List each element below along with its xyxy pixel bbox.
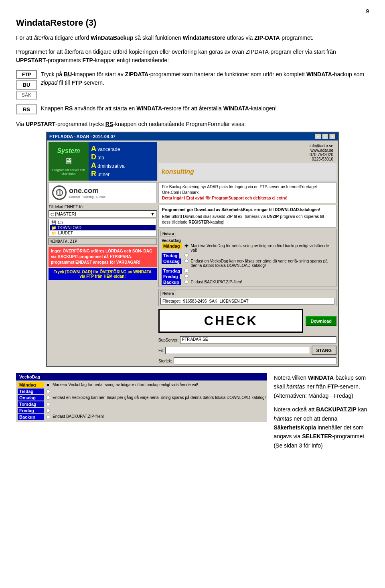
title-bar-buttons: − □ × [315,134,336,139]
download-text1: Programmet gör DownLoad av SäkerhetskKop… [162,207,333,213]
adar-a2: A dministrativa [91,161,154,170]
ftp-text-2: Detta ingår i Erat avtal för ProgramSupp… [162,196,288,200]
intro-paragraph-1: För att återföra tidigare utförd WinData… [16,34,369,42]
bu-button[interactable]: BU [16,80,37,90]
bottom-fredag-radio[interactable] [46,409,50,413]
bottom-onsdag-radio[interactable] [46,396,50,400]
backup-label: Backup [162,279,181,285]
folder-icon-download: 📁 [51,226,56,230]
fredag-radio[interactable] [184,274,188,278]
bu-section: FTP BU SÄK Tryck på BU-knappen för start… [16,70,369,100]
folder-icon-ljudet: 📁 [51,231,56,235]
download-info-box: Programmet gör DownLoad av SäkerhetskKop… [158,205,336,228]
foretag-name: SAK [209,299,217,303]
fil-label: Fil: [158,348,164,353]
close-button[interactable]: × [329,134,336,139]
window-title: FTPLADDA · ADAR · 2014-08-07 [49,134,116,139]
contact-info: info@adar.se www.adar.se 070-7543020 022… [158,142,336,163]
bottom-mandag-label: Måndag [18,382,44,388]
col-desc [190,238,334,243]
drive-item: 💾 C:\ [50,220,156,225]
bottom-tisdag-row: Tisdag [18,389,265,394]
storlek-input[interactable] [174,357,336,364]
onsdag-radio[interactable] [184,259,188,263]
bottom-fredag-row: Fredag [18,408,265,413]
download-folder[interactable]: 📁 DOWNLOAD [50,225,156,230]
one-com-text: one.com [69,187,105,195]
vdag-row-tisdag: Tisdag [160,253,334,258]
bottom-right: Notera vilken WINDATA-backup som skall h… [274,373,369,450]
fil-input[interactable] [165,347,310,354]
backup-desc: Endast BACKUPAT.ZIP-filen! [190,279,334,285]
veckodagar-header: VeckoDag [16,373,267,380]
maximize-button[interactable]: □ [322,134,328,139]
folder1-value: DOWNLOAD [58,226,81,230]
one-com-circle [52,185,67,200]
storlek-label: Storlek: [158,359,172,363]
foretag-file: LICENSEN.DAT [220,299,249,303]
download-button[interactable]: Download [306,316,336,326]
tisdag-label: Tisdag [162,253,179,258]
vdag-row-mandag: Måndag Markera VeckoDag för nerlä- sning… [160,243,334,253]
bottom-mandag-radio[interactable] [46,383,50,387]
adar-a: A vancerade [91,144,154,153]
torsdag-desc [190,268,334,274]
rs-section: RS Knappen RS används för att starta en … [16,104,369,114]
system-logo-block: System 🖥 Program för server och lokal da… [49,142,89,181]
adar-d: D ata [91,153,154,161]
backup-radio[interactable] [184,280,188,284]
bottom-torsdag-radio[interactable] [46,402,50,406]
bottom-torsdag-row: Torsdag [18,401,265,407]
button-group-left: FTP BU SÄK [16,70,37,100]
vdag-row-backup: Backup Endast BACKUPAT.ZIP-filen! [160,279,334,285]
check-button[interactable]: CHECK [158,309,303,333]
ftp-text-1: För BackupKopiering hyr ADAR plats för l… [162,185,317,195]
bottom-vdag-table: Måndag Markera VeckoDag för nerlä- sning… [16,380,267,422]
bup-server-row: BupServer: FTP.ADAR.SE [158,336,336,344]
program-window: FTPLADDA · ADAR · 2014-08-07 − □ × Syste… [46,132,339,367]
foretag-label: Företaget: [162,299,181,303]
right-column: Programmet gör DownLoad av SäkerhetskKop… [158,205,336,364]
computer-icon: 🖥 [64,156,73,167]
ftp-button[interactable]: FTP [16,70,37,79]
col-veckodagar: VeckoDag [160,238,183,243]
bottom-backup-desc: Endast BACKUPAT.ZIP-filen! [53,414,104,419]
torsdag-label: Torsdag [162,268,182,274]
master-dropdown[interactable]: c: [MASTER] ▼ [49,210,157,218]
page-number: 9 [16,8,369,14]
master-value: c: [MASTER] [51,212,76,216]
bottom-section: VeckoDag Måndag Markera VeckoDag för ner… [16,373,369,450]
bottom-tisdag-radio[interactable] [46,389,50,393]
left-column: Tilldelad ENHET för c: [MASTER] ▼ 💾 C:\ … [49,205,157,364]
torsdag-radio[interactable] [184,269,188,273]
bottom-backup-row: Backup Endast BACKUPAT.ZIP-filen! [18,414,265,420]
email-info: info@adar.se [162,144,333,148]
onsdag-desc: Endast en VeckoDag kan ner- läsas per gå… [190,258,334,268]
foretag-number: 916583-2495 [183,299,207,303]
notera-box: Notera VeckoDag Måndag [158,229,336,287]
foretag-notera: Notera [160,291,176,296]
minimize-button[interactable]: − [315,134,321,139]
rs-button[interactable]: RS [16,104,37,114]
notera-title: Notera [160,231,176,236]
bottom-torsdag-label: Torsdag [18,401,44,407]
bottom-backup-label: Backup [18,414,44,420]
via-uppstart-text: Via UPPSTART-programmet trycks RS-knappe… [16,120,369,128]
ljudet-folder[interactable]: 📁 LJUDET [50,230,156,236]
col-radio [183,238,190,243]
vdag-row-onsdag: Onsdag Endast en VeckoDag kan ner- läsas… [160,258,334,268]
sak-button[interactable]: SÄK [16,91,37,100]
title-bar: FTPLADDA · ADAR · 2014-08-07 − □ × [47,132,338,140]
tisdag-radio[interactable] [184,253,188,257]
folder2-value: LJUDET [58,231,73,235]
mandag-radio[interactable] [184,244,188,248]
stang-button[interactable]: STÄNG [312,346,337,355]
phone1-info: 070-7543020 [162,153,333,157]
warning-red: Ingen ÖVERFÖRING utföres LÖRDAG och SÖN-… [49,247,157,267]
system-label: System [57,147,80,155]
bottom-fredag-label: Fredag [18,408,44,413]
bu-description: Tryck på BU-knappen för start av ZIPDATA… [41,70,369,87]
bottom-backup-radio[interactable] [46,415,50,419]
www-info: www.adar.se [162,148,333,153]
bup-server-input[interactable]: FTP.ADAR.SE [180,336,336,344]
